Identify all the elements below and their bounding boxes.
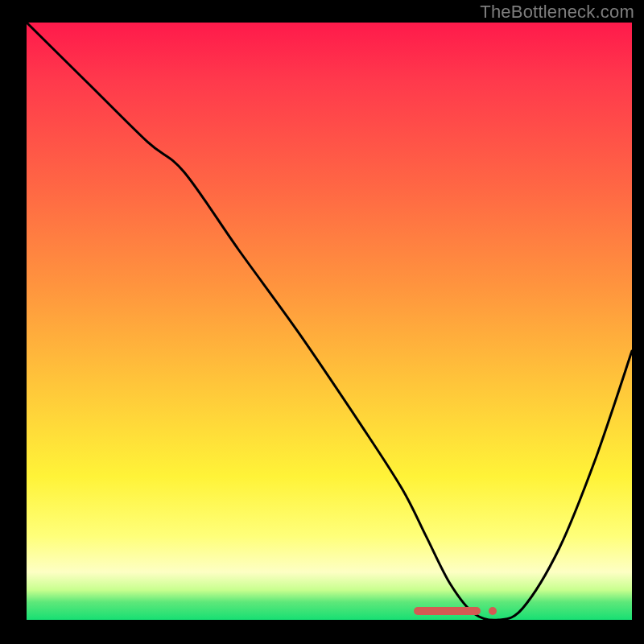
plot-area	[27, 23, 632, 620]
curve-path	[27, 23, 632, 620]
bottleneck-curve	[27, 23, 632, 620]
watermark-text: TheBottleneck.com	[480, 2, 634, 23]
optimum-marker-dot	[489, 607, 497, 615]
optimum-range-marker	[414, 607, 481, 615]
chart-frame: TheBottleneck.com	[0, 0, 644, 644]
